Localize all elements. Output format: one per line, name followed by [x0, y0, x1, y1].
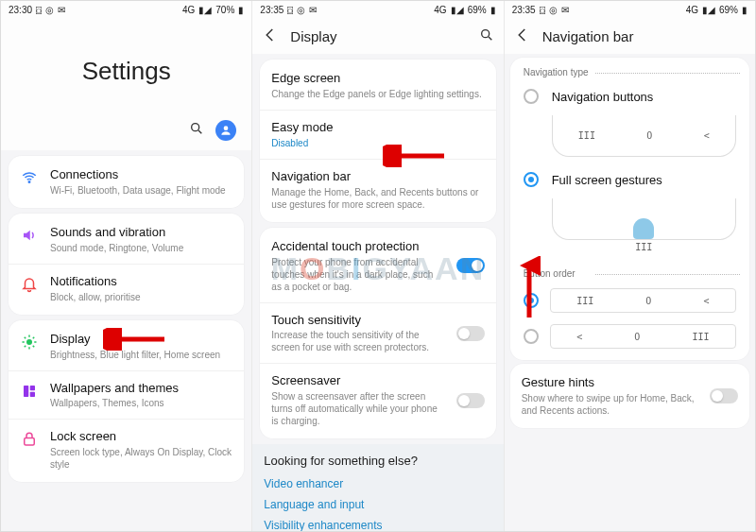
sound-icon [20, 227, 39, 244]
settings-item-notifications[interactable]: Notifications Block, allow, prioritise [9, 264, 244, 313]
toggle-accidental[interactable] [456, 258, 485, 273]
display-item-navbar[interactable]: Navigation bar Manage the Home, Back, an… [260, 159, 495, 220]
item-sub: Show where to swipe up for Home, Back, a… [522, 392, 698, 417]
item-sub: Protect your phone from accidental touch… [271, 256, 444, 293]
ig-icon: ◎ [297, 5, 305, 15]
search-icon[interactable] [479, 27, 494, 45]
svg-rect-13 [24, 386, 28, 397]
svg-rect-15 [30, 391, 35, 396]
battery-text: 70% [215, 5, 234, 15]
settings-item-sounds[interactable]: Sounds and vibration Sound mode, Rington… [9, 215, 244, 264]
camera-icon: ⌼ [287, 5, 293, 15]
radio-label: Navigation buttons [552, 90, 654, 104]
item-sub: Wallpapers, Themes, Icons [50, 397, 232, 409]
status-time: 23:35 [260, 5, 284, 15]
lock-icon [20, 431, 39, 448]
wifi-icon [20, 169, 39, 186]
radio-full-gestures[interactable]: Full screen gestures [510, 164, 749, 195]
link-visibility[interactable]: Visibility enhancements [252, 515, 503, 531]
svg-line-1 [198, 130, 201, 133]
display-item-easymode[interactable]: Easy mode Disabled [260, 110, 495, 159]
theme-icon [20, 383, 39, 400]
gesture-blob [633, 218, 654, 239]
radio-nav-buttons[interactable]: Navigation buttons [510, 81, 749, 112]
item-sub: Disabled [271, 137, 484, 149]
link-language[interactable]: Language and input [252, 494, 503, 515]
display-item-accidental[interactable]: Accidental touch protection Protect your… [260, 230, 495, 302]
battery-text: 69% [468, 5, 487, 15]
toggle-screensaver[interactable] [456, 393, 485, 408]
status-bar: 23:30 ⌼ ◎ ✉ 4G ▮◢ 70% ▮ [1, 1, 251, 19]
net-icon: 4G [686, 5, 698, 15]
svg-rect-14 [30, 386, 35, 390]
battery-icon: ▮ [238, 5, 244, 15]
signal-icon: ▮◢ [198, 5, 212, 15]
item-title: Easy mode [271, 120, 484, 136]
toggle-touchsens[interactable] [456, 326, 485, 341]
page-title: Settings [1, 19, 251, 114]
item-title: Edge screen [271, 71, 484, 87]
item-title: Connections [50, 167, 232, 183]
status-time: 23:35 [512, 5, 536, 15]
order-preview: III O < [550, 288, 736, 313]
item-sub: Block, allow, prioritise [50, 291, 232, 303]
settings-item-lockscreen[interactable]: Lock screen Screen lock type, Always On … [9, 419, 244, 480]
order-preview: < O III [550, 324, 736, 349]
radio-icon [524, 293, 539, 308]
svg-rect-16 [25, 438, 35, 446]
item-title: Navigation bar [271, 169, 484, 185]
display-icon [20, 334, 39, 351]
order-option-1[interactable]: III O < [510, 283, 749, 318]
msg-icon: ✉ [561, 5, 569, 15]
page-title: Display [290, 28, 478, 44]
account-avatar[interactable] [215, 120, 236, 141]
item-sub: Show a screensaver after the screen turn… [271, 390, 444, 427]
item-title: Display [50, 332, 232, 348]
msg-icon: ✉ [58, 5, 65, 15]
battery-icon: ▮ [490, 5, 496, 15]
back-button[interactable] [262, 26, 279, 46]
svg-line-12 [33, 336, 35, 338]
item-title: Notifications [50, 274, 232, 290]
svg-point-3 [28, 181, 30, 183]
item-sub: Change the Edge panels or Edge lighting … [271, 88, 484, 100]
item-sub: Screen lock type, Always On Display, Clo… [50, 446, 232, 471]
search-icon[interactable] [189, 121, 204, 140]
radio-icon [524, 329, 539, 344]
item-title: Wallpapers and themes [50, 381, 232, 397]
ig-icon: ◎ [549, 5, 558, 15]
svg-line-11 [25, 345, 26, 347]
order-option-2[interactable]: < O III [510, 318, 749, 354]
radio-icon [524, 172, 539, 187]
footer-heading: Looking for something else? [252, 444, 503, 473]
net-icon: 4G [434, 5, 446, 15]
toggle-gesture-hints[interactable] [710, 388, 738, 403]
svg-point-2 [224, 126, 229, 130]
signal-icon: ▮◢ [451, 5, 464, 15]
item-sub: Manage the Home, Back, and Recents butto… [271, 186, 484, 211]
item-title: Lock screen [50, 429, 232, 445]
item-title: Gesture hints [522, 375, 698, 391]
recents-glyph: III [635, 242, 652, 252]
display-item-screensaver[interactable]: Screensaver Show a screensaver after the… [260, 363, 495, 437]
settings-item-display[interactable]: Display Brightness, Blue light filter, H… [9, 322, 244, 370]
status-bar: 23:35 ⌼ ◎ ✉ 4G ▮◢ 69% ▮ [505, 1, 755, 19]
bell-icon [20, 276, 39, 293]
svg-line-10 [33, 345, 35, 347]
signal-icon: ▮◢ [702, 5, 715, 15]
display-item-touchsens[interactable]: Touch sensitivity Increase the touch sen… [260, 302, 495, 364]
ig-icon: ◎ [45, 5, 54, 15]
settings-item-wallpapers[interactable]: Wallpapers and themes Wallpapers, Themes… [9, 370, 244, 420]
nav-preview-gestures: III [552, 198, 736, 240]
settings-item-connections[interactable]: Connections Wi-Fi, Bluetooth, Data usage… [9, 158, 244, 206]
camera-icon: ⌼ [540, 5, 545, 15]
battery-icon: ▮ [742, 5, 747, 15]
item-sub: Sound mode, Ringtone, Volume [50, 242, 232, 254]
display-item-edge[interactable]: Edge screen Change the Edge panels or Ed… [260, 61, 495, 110]
svg-line-20 [489, 37, 491, 40]
back-button[interactable] [514, 26, 531, 46]
link-video-enhancer[interactable]: Video enhancer [252, 473, 503, 494]
radio-label: Full screen gestures [552, 173, 662, 187]
svg-point-4 [26, 339, 32, 345]
gesture-hints-item[interactable]: Gesture hints Show where to swipe up for… [510, 366, 749, 426]
